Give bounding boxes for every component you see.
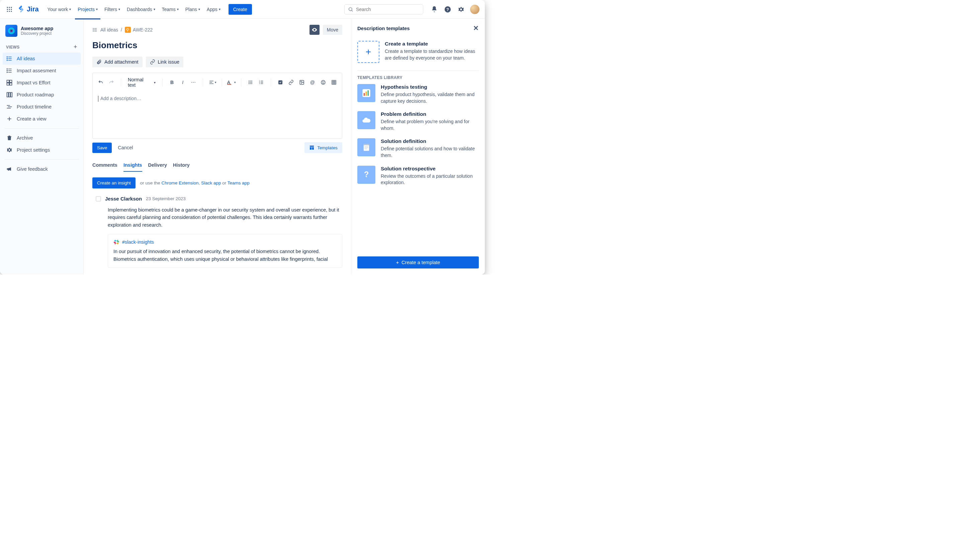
text-style-dropdown[interactable]: Normal text▾ [126,76,158,89]
link-teams-app[interactable]: Teams app [228,180,250,185]
sidebar-item-product-roadmap[interactable]: Product roadmap [3,89,81,101]
template-hypothesis-testing[interactable]: Hypothesis testing Define product hypoth… [357,84,479,104]
template-solution-definition[interactable]: Solution definition Define potential sol… [357,138,479,159]
cancel-button[interactable]: Cancel [118,145,133,150]
text-color-button[interactable]: A▾ [227,78,236,87]
close-icon[interactable]: ✕ [473,24,479,32]
sidebar: Awesome app Discovery project VIEWS + Al… [0,19,84,274]
plus-icon: + [396,260,399,265]
table-button[interactable] [329,78,339,87]
mention-button[interactable]: @ [308,78,317,87]
create-template-card[interactable]: + Create a template Create a template to… [357,37,479,68]
svg-rect-67 [332,80,336,85]
nav-apps[interactable]: Apps▾ [204,5,223,14]
bullet-list-button[interactable] [246,78,255,87]
save-button[interactable]: Save [92,143,112,153]
svg-point-20 [7,58,8,59]
more-formatting-button[interactable]: ⋯ [189,78,198,87]
emoji-button[interactable] [318,78,328,87]
sidebar-project-settings[interactable]: Project settings [3,144,81,156]
link-icon [150,59,155,65]
sidebar-item-create-view[interactable]: Create a view [3,113,81,125]
sidebar-item-product-timeline[interactable]: Product timeline [3,101,81,113]
editor-textarea[interactable]: Add a description… [93,92,342,139]
image-button[interactable] [297,78,307,87]
app-switcher-icon[interactable] [5,5,13,13]
svg-point-49 [248,81,250,82]
nav-teams[interactable]: Teams▾ [159,5,181,14]
nav-filters[interactable]: Filters▾ [102,5,123,14]
action-item-button[interactable] [276,78,285,87]
list-icon [6,67,13,74]
watch-toggle[interactable] [310,25,320,35]
link-chrome-extension[interactable]: Chrome Extension [162,180,199,185]
create-template-footer-button[interactable]: + Create a template [357,257,479,268]
templates-panel: Description templates ✕ + Create a templ… [351,19,485,274]
sidebar-item-all-ideas[interactable]: All ideas [3,53,81,65]
sidebar-item-impact-vs-effort[interactable]: Impact vs Effort [3,77,81,89]
sidebar-give-feedback[interactable]: Give feedback [3,163,81,175]
bold-button[interactable]: B [167,78,177,87]
add-attachment-button[interactable]: Add attachment [92,57,143,67]
svg-rect-77 [366,91,367,96]
settings-icon[interactable] [457,5,465,14]
cloud-icon [357,111,375,129]
nav-plans[interactable]: Plans▾ [183,5,203,14]
sidebar-item-label: Create a view [17,116,46,121]
nav-projects[interactable]: Projects▾ [75,5,100,14]
chevron-down-icon: ▾ [177,7,179,11]
tab-insights[interactable]: Insights [124,160,142,172]
sidebar-item-label: All ideas [17,56,35,61]
insight-body: Implementing biometrics could be a game-… [108,206,342,229]
search-input[interactable] [356,7,420,12]
user-avatar[interactable] [470,5,479,14]
insight-item: Jesse Clarkson 23 September 2023 Impleme… [92,196,342,268]
svg-rect-58 [261,82,263,82]
nav-dashboards[interactable]: Dashboards▾ [124,5,158,14]
slack-channel[interactable]: #slack-insights [122,239,154,245]
jira-logo[interactable]: Jira [18,5,39,13]
search-box[interactable] [344,4,423,14]
svg-point-21 [7,60,8,61]
numbered-list-button[interactable]: 123 [257,78,266,87]
sidebar-archive[interactable]: Archive [3,132,81,144]
svg-rect-54 [250,83,252,84]
nav-your-work[interactable]: Your work▾ [45,5,74,14]
redo-button[interactable] [107,78,116,87]
help-icon[interactable]: ? [443,5,452,14]
create-insight-button[interactable]: Create an insight [92,177,135,188]
breadcrumb-root[interactable]: All ideas [100,27,118,32]
chevron-down-icon: ▾ [69,7,71,11]
tab-history[interactable]: History [173,160,190,172]
list-icon [92,27,98,32]
link-issue-button[interactable]: Link issue [146,57,183,67]
undo-button[interactable] [96,78,105,87]
issue-title[interactable]: Biometrics [92,40,342,51]
insight-date: 23 September 2023 [146,196,186,201]
create-template-title: Create a template [385,41,479,47]
italic-button[interactable]: I [178,78,188,87]
templates-button[interactable]: Templates [304,142,342,153]
link-slack-app[interactable]: Slack app [201,180,221,185]
insight-checkbox[interactable] [96,196,101,201]
align-button[interactable]: ▾ [208,78,217,87]
add-view-icon[interactable]: + [73,43,77,51]
grid-icon [6,79,13,86]
list-icon [6,55,13,62]
template-solution-retrospective[interactable]: ? Solution retrospective Review the outc… [357,166,479,186]
link-button[interactable] [286,78,296,87]
slack-embed: #slack-insights In our pursuit of innova… [108,234,342,268]
svg-rect-32 [7,93,8,97]
svg-rect-61 [278,80,282,85]
svg-point-53 [248,83,250,85]
create-button[interactable]: Create [229,4,252,15]
svg-point-19 [7,57,8,57]
breadcrumb-issue-key[interactable]: ⚲ AWE-222 [125,27,153,33]
notifications-icon[interactable] [430,5,439,14]
move-button[interactable]: Move [323,25,342,35]
tab-delivery[interactable]: Delivery [148,160,167,172]
sidebar-item-impact-assessment[interactable]: Impact assesment [3,65,81,77]
project-header[interactable]: Awesome app Discovery project [3,24,81,41]
tab-comments[interactable]: Comments [92,160,118,172]
template-problem-definition[interactable]: Problem definition Define what problem y… [357,111,479,132]
